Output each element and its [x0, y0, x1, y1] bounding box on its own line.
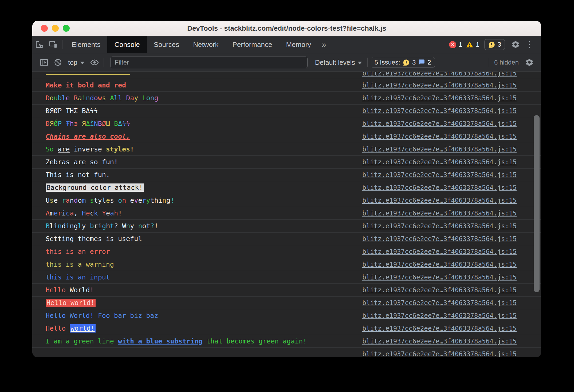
- source-link[interactable]: blitz.e1937cc6e2ee7e…3f4063378a564.js:15: [362, 312, 517, 320]
- console-message: This is not fun.: [46, 171, 110, 179]
- toolbar-divider: [62, 40, 62, 49]
- console-message: Hello world!: [46, 299, 96, 307]
- source-link[interactable]: blitz.e1937cc6e2ee7e…3f4063378a564.js:15: [362, 286, 517, 294]
- issues-yellow-count: 3: [412, 59, 416, 66]
- source-link[interactable]: blitz.e1937cc6e2ee7e…3f4063378a564.js:15: [362, 197, 517, 205]
- log-levels-selector[interactable]: Default levels: [312, 59, 365, 66]
- console-message: ĐЯǾP Ŧhэ ЯΔîÑВØШ ВΔϟϟ: [46, 120, 130, 128]
- tab-performance[interactable]: Performance: [226, 36, 279, 53]
- console-message: Hello world!: [46, 325, 96, 333]
- titlebar: DevTools - stackblitz.com/edit/node-colo…: [32, 21, 541, 36]
- source-link[interactable]: blitz.e1937cc6e2ee7e…3f4063378a564.js:15: [362, 81, 517, 89]
- minimize-button[interactable]: [52, 25, 59, 32]
- console-row: Hello World! Foo bar biz bazblitz.e1937c…: [32, 309, 541, 322]
- tab-elements[interactable]: Elements: [65, 36, 107, 53]
- issues-summary-label: 5 Issues:: [375, 59, 400, 66]
- source-link[interactable]: blitz.e1937cc6e2ee7e…3f4063378a564.js:15: [362, 350, 517, 357]
- source-link[interactable]: blitz.e1937cc6e2ee7e…3f4063378a564.js:15: [362, 158, 517, 166]
- scrollbar-thumb[interactable]: [534, 115, 540, 292]
- source-link[interactable]: blitz.e1937cc6e2ee7e…3f4063378a564.js:15: [362, 171, 517, 179]
- console-row: America, Heck Yeah!blitz.e1937cc6e2ee7e……: [32, 207, 541, 220]
- chevron-down-icon: [358, 62, 362, 64]
- tab-console[interactable]: Console: [107, 36, 147, 53]
- console-row: blitz.e1937cc6e2ee7e…3f4063378a564.js:15: [32, 72, 541, 79]
- close-button[interactable]: [41, 25, 48, 32]
- console-settings-button[interactable]: [522, 58, 536, 67]
- console-toolbar: top Default levels 5 Issues: 3: [32, 53, 541, 72]
- live-expression-button[interactable]: [88, 58, 101, 67]
- message-bubble-icon: [418, 59, 425, 66]
- issues-counter[interactable]: 3: [484, 39, 505, 50]
- source-link[interactable]: blitz.e1937cc6e2ee7e…3f4063378a564.js:15: [362, 72, 517, 77]
- source-link[interactable]: blitz.e1937cc6e2ee7e…3f4063378a564.js:15: [362, 94, 517, 102]
- issues-summary[interactable]: 5 Issues: 3 2: [371, 57, 435, 68]
- tab-label: Memory: [286, 41, 311, 49]
- tab-memory[interactable]: Memory: [279, 36, 318, 53]
- console-message: ĐЯØP ŦHΣ ВΔϟϟ: [46, 107, 98, 115]
- console-row: this is an errorblitz.e1937cc6e2ee7e…3f4…: [32, 245, 541, 258]
- console-row: this is an inputblitz.e1937cc6e2ee7e…3f4…: [32, 271, 541, 284]
- zoom-button[interactable]: [63, 25, 70, 32]
- chevron-down-icon: [80, 62, 84, 64]
- device-toolbar-button[interactable]: [46, 36, 60, 53]
- tab-label: Sources: [154, 41, 179, 49]
- tab-label: Performance: [233, 41, 272, 49]
- console-message: Double Raindows All Day Long: [46, 94, 158, 102]
- more-tabs-icon[interactable]: »: [318, 36, 330, 53]
- toolbar-divider: [488, 58, 488, 67]
- tab-label: Network: [193, 41, 218, 49]
- kebab-menu-button[interactable]: ⋮: [522, 39, 536, 50]
- console-row: I am a green line with a blue substring …: [32, 335, 541, 348]
- console-sidebar-button[interactable]: [37, 58, 51, 67]
- source-link[interactable]: blitz.e1937cc6e2ee7e…3f4063378a564.js:15: [362, 325, 517, 333]
- source-link[interactable]: blitz.e1937cc6e2ee7e…3f4063378a564.js:15: [362, 133, 517, 141]
- console-message: this is an input: [46, 273, 110, 281]
- source-link[interactable]: blitz.e1937cc6e2ee7e…3f4063378a564.js:15: [362, 261, 517, 269]
- console-row: So are inverse styles!blitz.e1937cc6e2ee…: [32, 143, 541, 156]
- source-link[interactable]: blitz.e1937cc6e2ee7e…3f4063378a564.js:15: [362, 222, 517, 230]
- console-message: this is an error: [46, 248, 110, 256]
- hidden-messages-label: 6 hidden: [494, 59, 519, 66]
- gear-icon: [511, 40, 520, 49]
- console-row: Make it bold and redblitz.e1937cc6e2ee7e…: [32, 79, 541, 92]
- console-message: Chains are also cool.: [46, 133, 130, 141]
- source-link[interactable]: blitz.e1937cc6e2ee7e…3f4063378a564.js:15: [362, 235, 517, 243]
- context-selector[interactable]: top: [65, 59, 88, 66]
- console-message: Blindingly bright? Why not?!: [46, 222, 158, 230]
- source-link[interactable]: blitz.e1937cc6e2ee7e…3f4063378a564.js:15: [362, 145, 517, 153]
- console-row: Chains are also cool.blitz.e1937cc6e2ee7…: [32, 130, 541, 143]
- source-link[interactable]: blitz.e1937cc6e2ee7e…3f4063378a564.js:15: [362, 184, 517, 192]
- inspect-element-button[interactable]: [32, 36, 46, 53]
- source-link[interactable]: blitz.e1937cc6e2ee7e…3f4063378a564.js:15: [362, 273, 517, 281]
- console-message: this is a warning: [46, 261, 114, 269]
- source-link[interactable]: blitz.e1937cc6e2ee7e…3f4063378a564.js:15: [362, 299, 517, 307]
- error-icon: ×: [449, 41, 456, 48]
- warning-counter[interactable]: 1: [466, 41, 479, 48]
- console-row: ĐЯØP ŦHΣ ВΔϟϟblitz.e1937cc6e2ee7e…3f4063…: [32, 105, 541, 117]
- source-link[interactable]: blitz.e1937cc6e2ee7e…3f4063378a564.js:15: [362, 209, 517, 217]
- console-message: Setting themes is useful: [46, 235, 142, 243]
- source-link[interactable]: blitz.e1937cc6e2ee7e…3f4063378a564.js:15: [362, 248, 517, 256]
- toolbar-divider: [367, 58, 368, 67]
- console-message: Zebras are so fun!: [46, 158, 118, 166]
- error-counter[interactable]: × 1: [449, 41, 462, 48]
- clear-console-button[interactable]: [51, 58, 65, 67]
- console-message: Hello World! Foo bar biz baz: [46, 312, 158, 320]
- source-link[interactable]: blitz.e1937cc6e2ee7e…3f4063378a564.js:15: [362, 120, 517, 128]
- error-count: 1: [459, 41, 462, 48]
- warning-icon: [466, 41, 473, 48]
- console-row: Hello world!blitz.e1937cc6e2ee7e…3f40633…: [32, 322, 541, 335]
- window-title: DevTools - stackblitz.com/edit/node-colo…: [187, 24, 386, 33]
- console-row: Background color attack!blitz.e1937cc6e2…: [32, 181, 541, 194]
- source-link[interactable]: blitz.e1937cc6e2ee7e…3f4063378a564.js:15: [362, 337, 517, 345]
- console-row: Zebras are so fun!blitz.e1937cc6e2ee7e…3…: [32, 156, 541, 169]
- toolbar-divider: [104, 58, 104, 67]
- source-link[interactable]: blitz.e1937cc6e2ee7e…3f4063378a564.js:15: [362, 107, 517, 115]
- tab-network[interactable]: Network: [186, 36, 225, 53]
- filter-input[interactable]: [110, 57, 308, 68]
- console-messages: blitz.e1937cc6e2ee7e…3f4063378a564.js:15…: [32, 72, 541, 357]
- context-label: top: [68, 59, 77, 66]
- console-row: blitz.e1937cc6e2ee7e…3f4063378a564.js:15: [32, 348, 541, 357]
- settings-button[interactable]: [509, 40, 522, 49]
- tab-sources[interactable]: Sources: [147, 36, 186, 53]
